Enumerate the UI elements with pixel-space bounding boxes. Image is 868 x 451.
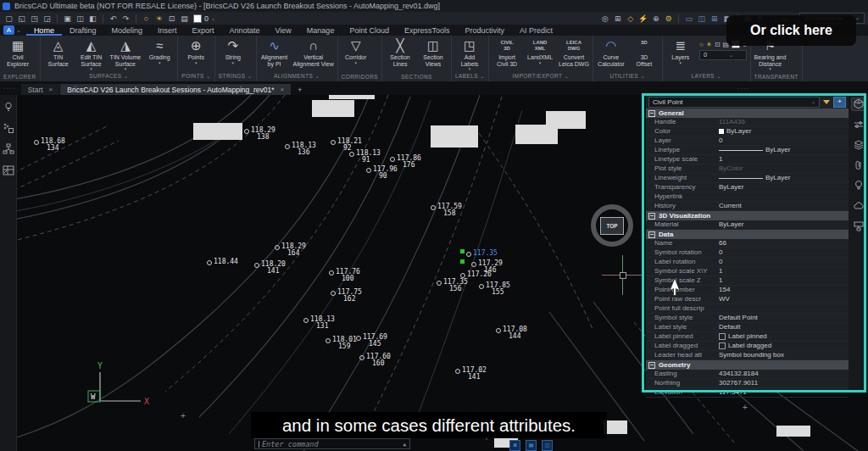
checkbox[interactable] [719,342,726,349]
drawing-explorer-icon[interactable] [1,164,15,177]
property-value[interactable]: ByLayer [719,174,849,182]
export-pdf-icon[interactable]: ◧ [87,14,98,23]
copy-icon[interactable]: ▣ [62,14,73,23]
survey-point-label[interactable]: 118.20141 [254,261,286,275]
app-menu-button[interactable]: A [3,25,14,35]
collapse-icon[interactable] [648,362,655,369]
selection-grip[interactable] [460,249,465,253]
convert-leica-dwg-button[interactable]: LEICA DWGConvert Leica DWG [557,37,591,71]
settings-icon[interactable] [851,118,865,131]
layer-freeze-sun-icon[interactable]: ☀ [706,41,712,48]
property-value[interactable]: 0 [719,258,849,266]
property-row-linetype[interactable]: LinetypeByLayer [646,146,849,155]
save-as-icon[interactable]: ◲ [42,14,53,23]
layer-sun-icon[interactable]: ☀ [153,14,164,23]
property-value[interactable]: ByLayer [719,220,849,229]
collapse-icon[interactable] [648,231,655,238]
property-row-name[interactable]: Name66 [646,239,849,248]
cloud-icon[interactable] [851,199,865,213]
polar-toggle-icon[interactable]: ⚡ [637,14,648,23]
property-row-transparency[interactable]: TransparencyByLayer [646,183,849,192]
collapse-icon[interactable] [648,110,655,117]
property-value[interactable]: Default Point [719,314,849,322]
survey-point-label[interactable]: 117.08144 [496,326,527,340]
light-bulb-icon[interactable] [1,100,15,114]
civil-explorer-button[interactable]: ▦Civil Explorer [2,37,34,71]
section-header-geometry[interactable]: Geometry [646,360,849,370]
ribbon-tab-productivity[interactable]: Productivity [457,25,512,36]
new-file-icon[interactable]: ▢ [3,14,14,23]
layer-bulb-icon[interactable]: ○ [699,41,704,48]
save-icon[interactable]: ◳ [29,14,40,23]
layer-print-icon[interactable]: ▤ [179,14,190,23]
survey-point-label[interactable]: 117.76100 [329,269,360,282]
property-row-material[interactable]: MaterialByLayer [646,220,849,230]
survey-point-label[interactable]: 117.26 [460,271,492,278]
add-labels-button[interactable]: ◳Add Labels▾ [453,37,486,71]
property-row-easting[interactable]: Easting434132.8184 [646,370,849,379]
undo-icon[interactable]: ↶ [108,14,119,23]
property-row-hyperlink[interactable]: Hyperlink [646,192,849,202]
survey-point-label[interactable]: 118.44 [207,259,238,265]
tracking-toggle-icon[interactable]: ⚙ [663,14,674,23]
corridor-button[interactable]: ▽Corridor▾ [340,37,372,65]
section-views-button[interactable]: ◫Section Views [417,37,449,71]
property-value[interactable]: ByLayer [719,183,849,192]
click-here-tooltip[interactable]: Or click here [726,15,856,46]
section-lines-button[interactable]: ╳Section Lines [384,37,416,71]
property-row-color[interactable]: ColorByLayer [646,127,849,136]
selection-grip[interactable] [460,259,465,264]
property-row-label-pinned[interactable]: Label pinnedLabel pinned [646,332,849,342]
quick-select-button[interactable]: + [833,97,846,108]
string-button[interactable]: ↷String▾ [217,37,249,65]
survey-point-label[interactable]: 117.69145 [356,334,387,348]
command-input[interactable]: Enter command ▲ [254,438,410,449]
landxml-button[interactable]: LAND XMLLandXML▾ [524,37,556,65]
taskbar-icon[interactable]: ≣ [509,440,520,451]
layer-lock-icon[interactable]: ⊡ [715,41,721,48]
viewport-4-icon[interactable]: ⊞ [709,14,720,23]
property-value[interactable]: Symbol bounding box [719,351,849,359]
vertical-alignment-view-button[interactable]: ∩Vertical Alignment View [292,37,336,71]
property-value[interactable]: 0 [719,136,849,145]
section-header-general[interactable]: General [646,109,849,118]
collapse-icon[interactable] [648,213,655,220]
layer-select-dropdown[interactable]: 0⌄ [699,50,747,60]
property-value[interactable]: ByLayer [719,127,849,136]
entity-type-dropdown[interactable]: Civil Point ⌄ [648,97,820,108]
curve-calculator-button[interactable]: ◠Curve Calculator [595,37,627,71]
property-value[interactable]: 1 [719,267,849,276]
tin-surface-button[interactable]: ◬TIN Surface [42,37,75,71]
property-value[interactable]: 434132.8184 [719,370,849,378]
property-row-label-dragged[interactable]: Label draggedLabel dragged [646,342,849,351]
survey-point-label[interactable]: 117.35 [466,250,498,257]
property-value[interactable]: ByColor [719,164,849,173]
view-cube-top-face[interactable]: TOP [600,217,624,235]
close-icon[interactable]: × [49,86,53,93]
property-value[interactable] [719,304,849,313]
open-file-icon[interactable]: ◱ [16,14,27,23]
esnap-toggle-icon[interactable]: ⊕ [650,14,661,23]
survey-point-label[interactable]: 118.13136 [285,142,316,156]
doc-tab-start[interactable]: Start× [21,84,60,95]
structure-icon[interactable] [1,142,15,156]
property-row-history[interactable]: HistoryCurrent [646,202,849,211]
viewport-2-icon[interactable]: ◫ [696,14,707,23]
survey-point-label[interactable]: 117.59158 [431,203,462,217]
render-icon[interactable] [851,220,865,233]
property-row-label-style[interactable]: Label styleDefault [646,323,849,332]
property-value[interactable]: Default [719,323,849,331]
property-value[interactable]: 302767.9011 [719,379,849,387]
property-value[interactable]: Label dragged [719,342,849,350]
survey-point-label[interactable]: 117.02141 [455,367,487,381]
ribbon-tab-ai-predict[interactable]: AI Predict [512,25,560,36]
survey-point-label[interactable]: 118.29138 [244,127,275,141]
ribbon-tab-expresstools[interactable]: ExpressTools [397,25,458,36]
property-value[interactable]: 66 [719,239,849,248]
close-icon[interactable]: × [281,86,285,93]
section-header-data[interactable]: Data [646,230,849,239]
view-navigation-ring[interactable]: TOP [591,204,633,247]
property-value[interactable]: 154 [719,286,849,294]
checkbox[interactable] [719,333,726,340]
property-row-northing[interactable]: Northing302767.9011 [646,379,849,388]
